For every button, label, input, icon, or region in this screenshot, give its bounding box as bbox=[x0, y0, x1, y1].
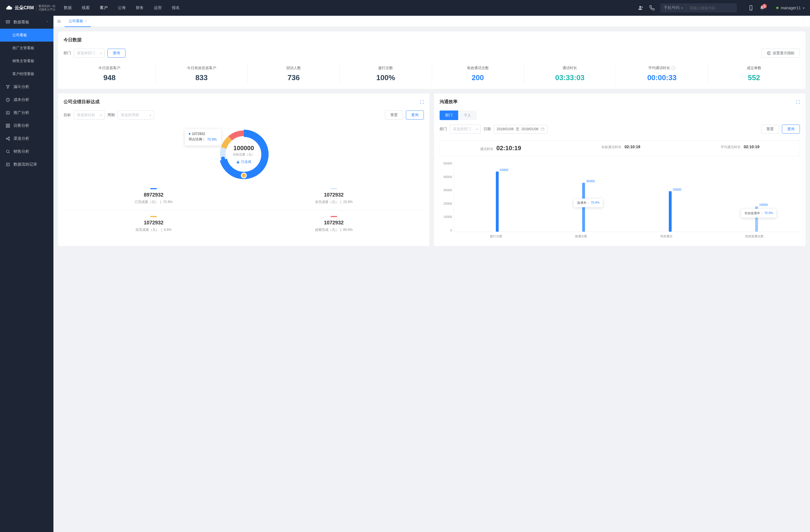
nav-item[interactable]: 财务 bbox=[136, 5, 144, 11]
time-stat: 有效通话时长02:10:19 bbox=[601, 145, 640, 152]
comm-dept-select[interactable]: 请选择部门▾ bbox=[450, 124, 481, 134]
metric-value: 833 bbox=[156, 73, 247, 82]
metric-value: 736 bbox=[248, 73, 339, 82]
expand-icon[interactable]: ⛶ bbox=[796, 100, 800, 104]
bar: 18000有效接通率：70.9% bbox=[755, 162, 758, 232]
settings-metrics-button[interactable]: 设置显示指标 bbox=[762, 49, 800, 57]
sidebar-group-data-board[interactable]: 数据看板 ˄ bbox=[0, 16, 53, 29]
bar: 29000 bbox=[669, 162, 671, 232]
main-nav: 数据线索客户公海财务运营报名 bbox=[64, 5, 638, 11]
panel-title: 沟通效率 bbox=[440, 99, 458, 105]
metric-label: 成交单数 bbox=[708, 66, 800, 70]
sidebar-item[interactable]: 推广主管看板 bbox=[0, 41, 53, 54]
reset-button[interactable]: 重置 bbox=[385, 111, 403, 119]
metric-label: 回访人数 bbox=[248, 66, 339, 70]
app-header: 云朵CRM 教育机构一站式服务云平台 数据线索客户公海财务运营报名 手机号码▾ … bbox=[0, 0, 810, 16]
expand-icon[interactable]: ⛶ bbox=[420, 100, 424, 104]
metric-label: 今日有效首咨客户 bbox=[156, 66, 247, 70]
sidebar-item[interactable]: 销售主管看板 bbox=[0, 54, 53, 67]
sidebar-item[interactable]: 成本分析 bbox=[0, 93, 53, 106]
sidebar-item[interactable]: 数据流转记录 bbox=[0, 158, 53, 171]
metric-label: 平均通话时长? bbox=[616, 66, 708, 70]
nav-item[interactable]: 线索 bbox=[82, 5, 90, 11]
user-menu[interactable]: manager11 ▾ bbox=[776, 6, 804, 10]
calendar-icon bbox=[540, 127, 545, 131]
metric-value: 200 bbox=[432, 73, 524, 82]
comm-panel: 沟通效率 ⛶ 部门个人 部门 请选择部门▾ 日期 2018/01/08 至 20… bbox=[434, 93, 806, 246]
search-input[interactable] bbox=[686, 6, 731, 10]
legend-item: 1072932未完成量（元） | 20.9% bbox=[244, 188, 424, 204]
sidebar-item[interactable]: 漏斗分析 bbox=[0, 80, 53, 93]
svg-point-11 bbox=[768, 53, 770, 54]
nav-item[interactable]: 报名 bbox=[172, 5, 180, 11]
nav-item[interactable]: 公海 bbox=[118, 5, 126, 11]
legend-item: 1072932超额完成（元） | 89.9% bbox=[244, 216, 424, 232]
dept-label: 部门 bbox=[64, 51, 71, 56]
metric-value: 00:00:33 bbox=[616, 73, 708, 82]
menu-icon bbox=[6, 162, 10, 167]
close-icon[interactable]: × bbox=[85, 19, 87, 23]
bell-icon[interactable]: 5 bbox=[759, 5, 765, 11]
tab-switch-item[interactable]: 个人 bbox=[458, 111, 477, 120]
logo: 云朵CRM 教育机构一站式服务云平台 bbox=[6, 4, 55, 11]
thumbs-up-icon bbox=[237, 160, 240, 164]
query-button[interactable]: 查询 bbox=[108, 49, 126, 57]
add-user-icon[interactable] bbox=[638, 5, 644, 11]
sidebar-item[interactable]: 渠道分析 bbox=[0, 132, 53, 145]
menu-icon bbox=[6, 111, 10, 115]
metric-card: 今日有效首咨客户833 bbox=[156, 64, 247, 83]
query-button[interactable]: 查询 bbox=[406, 111, 424, 119]
chevron-down-icon: ▾ bbox=[100, 114, 101, 117]
menu-icon bbox=[6, 136, 10, 141]
username: manager11 bbox=[781, 6, 801, 10]
sidebar-item[interactable]: 访客分析 bbox=[0, 119, 53, 132]
sidebar-item[interactable]: 客户经理看板 bbox=[0, 67, 53, 80]
hamburger-icon[interactable] bbox=[57, 19, 61, 23]
period-select[interactable]: 请选择周期▾ bbox=[117, 111, 154, 119]
dept-select[interactable]: 请选择部门▾ bbox=[74, 49, 104, 57]
menu-icon bbox=[6, 149, 10, 154]
svg-rect-18 bbox=[541, 128, 544, 131]
chart-tooltip: 有效接通率：70.9% bbox=[741, 209, 776, 218]
svg-point-17 bbox=[221, 156, 225, 161]
donut-chart: 100000 目标总量（元） 已达成 1072932 所占比例：70.9% bbox=[216, 126, 272, 182]
info-icon[interactable]: ? bbox=[671, 66, 675, 70]
metric-card: 回访人数736 bbox=[248, 64, 340, 83]
x-tick: 有效通话 bbox=[660, 234, 673, 240]
metric-card: 有效通话次数200 bbox=[432, 64, 524, 83]
chart-tooltip: 接通率：70.9% bbox=[574, 199, 603, 207]
nav-item[interactable]: 客户 bbox=[100, 5, 108, 11]
menu-icon bbox=[6, 85, 10, 89]
mobile-icon[interactable] bbox=[748, 5, 754, 11]
donut-center-label: 目标总量（元） bbox=[233, 152, 255, 156]
tab-company-board[interactable]: 公司看板 × bbox=[65, 16, 91, 27]
tab-switch-item[interactable]: 部门 bbox=[440, 111, 458, 120]
date-range-picker[interactable]: 2018/01/08 至 2018/01/08 bbox=[493, 125, 548, 134]
nav-item[interactable]: 数据 bbox=[64, 5, 72, 11]
target-select[interactable]: 请选择目标▾ bbox=[74, 111, 104, 119]
bar: 43000 bbox=[496, 162, 499, 232]
reset-button[interactable]: 重置 bbox=[761, 124, 779, 134]
nav-item[interactable]: 运营 bbox=[154, 5, 162, 11]
sidebar-item[interactable]: 公司看板 bbox=[0, 29, 53, 41]
phone-icon[interactable] bbox=[649, 5, 655, 11]
dashboard-icon bbox=[6, 20, 10, 24]
gear-icon bbox=[767, 51, 771, 55]
legend-item: 8972932已完成量（元） | 70.9% bbox=[64, 188, 244, 204]
menu-icon bbox=[6, 123, 10, 128]
sidebar-item[interactable]: 销售分析 bbox=[0, 145, 53, 158]
search-icon[interactable] bbox=[731, 5, 737, 11]
sidebar-item[interactable]: 推广分析 bbox=[0, 106, 53, 119]
metric-label: 今日首咨客户 bbox=[64, 66, 155, 70]
svg-rect-10 bbox=[6, 163, 10, 166]
chevron-down-icon: ▾ bbox=[476, 128, 477, 131]
metric-value: 100% bbox=[340, 73, 432, 82]
chevron-down-icon: ▾ bbox=[150, 114, 151, 117]
svg-point-16 bbox=[241, 173, 246, 178]
query-button[interactable]: 查询 bbox=[782, 124, 800, 134]
svg-point-0 bbox=[639, 6, 641, 8]
time-stat: 平均通话时长02:10:19 bbox=[720, 145, 759, 152]
search-type-select[interactable]: 手机号码▾ bbox=[660, 3, 686, 12]
chevron-down-icon: ▾ bbox=[100, 52, 101, 55]
sidebar: 数据看板 ˄ 公司看板推广主管看板销售主管看板客户经理看板 漏斗分析成本分析推广… bbox=[0, 16, 53, 532]
